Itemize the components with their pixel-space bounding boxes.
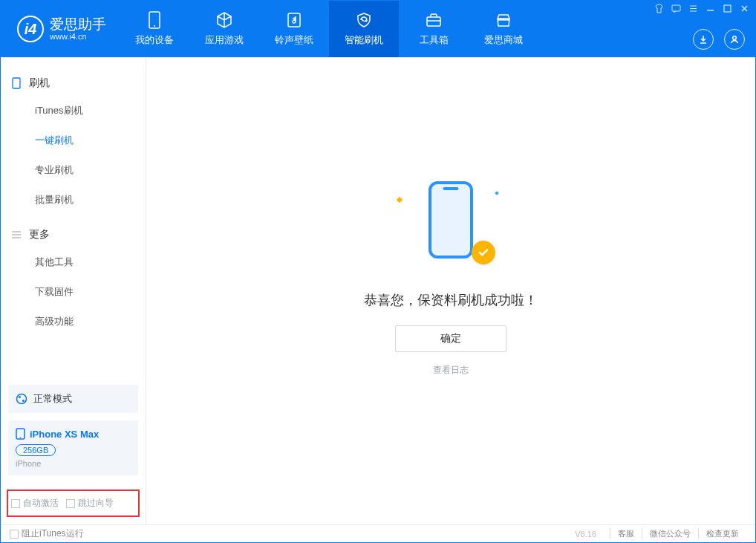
list-icon <box>11 229 22 241</box>
feedback-icon[interactable] <box>671 4 681 16</box>
maximize-icon[interactable] <box>723 4 732 16</box>
close-icon[interactable] <box>740 4 749 16</box>
footer-link-support[interactable]: 客服 <box>610 528 642 539</box>
svg-rect-4 <box>672 5 680 11</box>
sidebar-item-oneclick-flash[interactable]: 一键刷机 <box>1 126 146 155</box>
chk-label: 阻止iTunes运行 <box>22 527 84 540</box>
nav-label: 工具箱 <box>420 33 449 47</box>
svg-rect-7 <box>13 78 20 88</box>
main-nav: 我的设备 应用游戏 铃声壁纸 智能刷机 工具箱 爱思商城 <box>120 1 538 57</box>
nav-ringtone-wallpaper[interactable]: 铃声壁纸 <box>259 1 329 57</box>
phone-illustration-icon <box>428 181 473 259</box>
chk-label: 自动激活 <box>23 497 59 510</box>
logo-area: i4 爱思助手 www.i4.cn <box>1 16 120 42</box>
success-illustration <box>406 175 495 272</box>
main-content: 恭喜您，保资料刷机成功啦！ 确定 查看日志 <box>146 57 755 524</box>
toolbox-icon <box>425 11 443 29</box>
nav-my-device[interactable]: 我的设备 <box>120 1 189 57</box>
logo-icon: i4 <box>17 16 44 42</box>
view-log-link[interactable]: 查看日志 <box>433 364 469 377</box>
svg-rect-3 <box>427 17 440 26</box>
app-title: 爱思助手 <box>50 17 106 33</box>
device-name: iPhone XS Max <box>30 429 99 440</box>
nav-store[interactable]: 爱思商城 <box>469 1 538 57</box>
phone-small-icon <box>11 77 22 89</box>
download-icon[interactable] <box>693 29 714 50</box>
sidebar-item-download-firmware[interactable]: 下载固件 <box>1 277 146 307</box>
minimize-icon[interactable] <box>706 4 715 16</box>
sidebar-item-batch-flash[interactable]: 批量刷机 <box>1 185 146 215</box>
chk-label: 跳过向导 <box>78 497 114 510</box>
sidebar-item-itunes-flash[interactable]: iTunes刷机 <box>1 96 146 126</box>
section-flash[interactable]: 刷机 <box>1 71 146 96</box>
cube-icon <box>215 11 233 29</box>
mode-label: 正常模式 <box>33 392 72 406</box>
music-note-icon <box>285 11 303 29</box>
svg-point-10 <box>22 400 25 402</box>
footer-link-wechat[interactable]: 微信公众号 <box>642 528 698 539</box>
header-action-icons <box>693 29 745 50</box>
menu-icon[interactable] <box>688 4 698 16</box>
sidebar-item-pro-flash[interactable]: 专业刷机 <box>1 155 146 185</box>
nav-toolbox[interactable]: 工具箱 <box>399 1 469 57</box>
refresh-shield-icon <box>355 11 373 29</box>
nav-label: 铃声壁纸 <box>275 33 313 47</box>
storage-badge: 256GB <box>16 444 56 456</box>
mode-card[interactable]: 正常模式 <box>8 385 138 413</box>
nav-smart-flash[interactable]: 智能刷机 <box>329 1 399 57</box>
nav-label: 我的设备 <box>135 33 174 47</box>
app-url: www.i4.cn <box>50 32 106 41</box>
sidebar-item-advanced[interactable]: 高级功能 <box>1 307 146 336</box>
svg-point-8 <box>17 394 27 404</box>
skin-icon[interactable] <box>654 4 664 16</box>
highlighted-checkbox-row: 自动激活 跳过向导 <box>7 490 140 517</box>
ok-button[interactable]: 确定 <box>395 325 506 352</box>
device-icon <box>146 11 163 29</box>
svg-rect-5 <box>724 5 731 12</box>
section-title: 刷机 <box>29 77 50 90</box>
svg-point-6 <box>733 36 737 40</box>
footer-link-update[interactable]: 检查更新 <box>698 528 746 539</box>
app-header: i4 爱思助手 www.i4.cn 我的设备 应用游戏 铃声壁纸 智能刷机 工具… <box>1 1 755 57</box>
device-small-icon <box>16 428 25 440</box>
nav-label: 爱思商城 <box>484 33 523 47</box>
svg-point-12 <box>20 437 22 438</box>
window-controls <box>654 4 749 16</box>
sidebar: 刷机 iTunes刷机 一键刷机 专业刷机 批量刷机 更多 其他工具 下载固件 … <box>1 57 146 524</box>
checkbox-block-itunes[interactable]: 阻止iTunes运行 <box>10 527 84 540</box>
success-message: 恭喜您，保资料刷机成功啦！ <box>364 291 538 309</box>
sidebar-item-other-tools[interactable]: 其他工具 <box>1 247 146 277</box>
svg-point-1 <box>154 25 155 27</box>
nav-label: 应用游戏 <box>205 33 244 47</box>
section-title: 更多 <box>29 228 50 241</box>
device-card[interactable]: iPhone XS Max 256GB iPhone <box>8 420 138 475</box>
section-more[interactable]: 更多 <box>1 222 146 247</box>
nav-apps-games[interactable]: 应用游戏 <box>189 1 259 57</box>
mode-icon <box>16 393 27 405</box>
checkbox-auto-activate[interactable]: 自动激活 <box>11 497 59 510</box>
store-icon <box>495 11 512 29</box>
version-label: V8.16 <box>575 530 596 539</box>
status-bar: 阻止iTunes运行 V8.16 客服 微信公众号 检查更新 <box>1 524 755 542</box>
checkbox-skip-guide[interactable]: 跳过向导 <box>66 497 114 510</box>
nav-label: 智能刷机 <box>345 33 383 47</box>
user-icon[interactable] <box>724 29 745 50</box>
check-badge-icon <box>472 241 495 264</box>
device-type: iPhone <box>16 459 131 468</box>
svg-point-9 <box>19 396 21 398</box>
